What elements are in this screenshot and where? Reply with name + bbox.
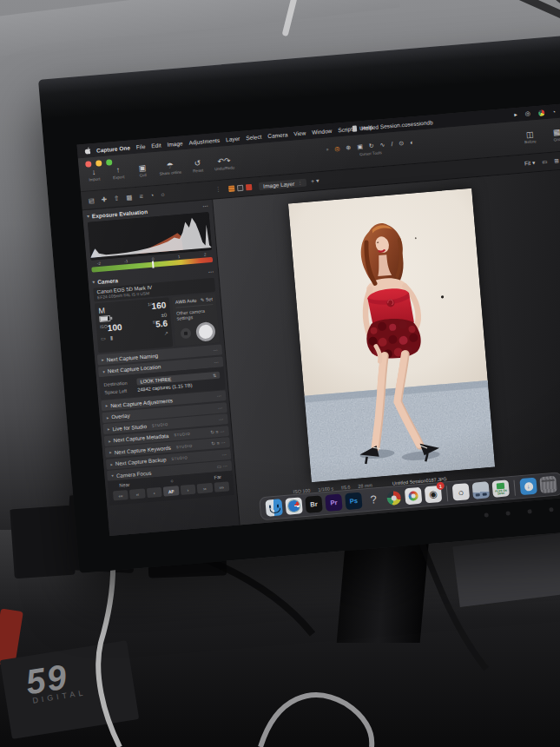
export-button[interactable]: ↑Export: [110, 165, 127, 180]
tab-color-icon[interactable]: ○: [161, 190, 165, 198]
close-button[interactable]: [85, 161, 92, 168]
red-tag-icon[interactable]: [246, 183, 253, 190]
layer-selector[interactable]: Image Layer⋮: [259, 178, 307, 190]
focus-near-large[interactable]: ‹‹‹: [113, 490, 128, 500]
reset-icon: ↺: [194, 159, 201, 169]
panel-drag-handle[interactable]: ⋮: [214, 186, 222, 194]
cull-button[interactable]: ▣Cull: [135, 163, 151, 178]
autofocus-button[interactable]: AF: [163, 486, 179, 496]
format-toggle-icon[interactable]: ▭: [101, 335, 106, 341]
menu-item-layer[interactable]: Layer: [226, 135, 240, 142]
minimize-button[interactable]: [96, 160, 102, 167]
dock-finder-icon[interactable]: [265, 499, 283, 517]
screen: Capture One File Edit Image Adjustments …: [76, 94, 560, 536]
mask-tool-icon[interactable]: ◐: [410, 139, 414, 146]
dock-desktop-preview-icon[interactable]: [472, 481, 491, 499]
format-toggle2-icon[interactable]: ▮: [109, 334, 113, 340]
menu-item-window[interactable]: Window: [312, 127, 333, 135]
notification-badge: 1: [436, 482, 445, 491]
undo-redo-button[interactable]: ↶↷Undo/Redo: [214, 155, 235, 171]
capture-button[interactable]: [195, 321, 216, 342]
crop-tool-icon[interactable]: ▣: [357, 143, 363, 151]
focus-far-large[interactable]: ›››: [214, 481, 229, 492]
aperture-value[interactable]: f/5.6: [153, 319, 168, 329]
zoom-in-icon[interactable]: ⊞: [554, 157, 559, 164]
dock-color-ring-app-icon[interactable]: [405, 487, 423, 506]
zoom-tool-icon[interactable]: ⊕: [346, 144, 352, 151]
live-view-button[interactable]: [181, 327, 192, 339]
shutter-value[interactable]: 1/160: [148, 301, 167, 312]
apple-icon: [84, 147, 91, 155]
rotate-tool-icon[interactable]: ↻: [368, 142, 374, 149]
zoom-out-icon[interactable]: ▭: [542, 158, 548, 165]
menu-item-edit[interactable]: Edit: [151, 142, 161, 149]
dock-capture-one-icon[interactable]: [385, 489, 403, 507]
expand-icon[interactable]: ↗: [164, 329, 169, 335]
document-icon: [352, 125, 358, 131]
record-icon[interactable]: ◎: [524, 110, 530, 117]
curve-tool-icon[interactable]: ∿: [379, 142, 385, 149]
exposure-meter-marker: [152, 261, 154, 268]
iso-value[interactable]: ISO100: [100, 322, 122, 334]
tethered-photo[interactable]: [288, 188, 495, 483]
menu-item-file[interactable]: File: [136, 142, 146, 149]
monitor-buttons[interactable]: [484, 504, 560, 518]
focus-indicator: ○: [170, 479, 174, 484]
dock-photoshop-icon[interactable]: Ps: [345, 492, 363, 511]
tab-layers-icon[interactable]: ▩: [126, 193, 133, 202]
menu-item-adjustments[interactable]: Adjustments: [188, 136, 220, 145]
add-layer-button[interactable]: + ▾: [311, 177, 320, 185]
focus-near-medium[interactable]: ‹‹: [129, 488, 145, 499]
dock-safari-icon[interactable]: [285, 497, 303, 515]
cursor-tools-label: Cursor Tools: [359, 150, 382, 156]
pick-tool-icon[interactable]: ⊙: [399, 140, 405, 147]
menu-app-name[interactable]: Capture One: [96, 144, 130, 153]
draw-tool-icon[interactable]: /: [391, 141, 393, 148]
dock-premiere-icon[interactable]: Pr: [325, 493, 343, 512]
zoom-button[interactable]: [106, 159, 113, 166]
capture-one-menu-icon[interactable]: [538, 109, 545, 116]
before-toggle[interactable]: ◫Before: [522, 129, 538, 144]
clock-icon[interactable]: ◔: [551, 109, 556, 115]
tab-tether-icon[interactable]: ✚: [101, 195, 107, 202]
dock-spiral-app-icon[interactable]: ◉1: [425, 486, 443, 504]
focus-near-small[interactable]: ‹: [147, 487, 162, 498]
orange-tag-icon[interactable]: [228, 185, 235, 192]
dock-downloads-icon[interactable]: ↓: [519, 478, 537, 496]
monitor: Capture One File Edit Image Adjustments …: [38, 20, 560, 573]
focus-far-medium[interactable]: ››: [197, 483, 213, 493]
cursor-icon[interactable]: ▸: [514, 111, 517, 118]
import-button[interactable]: ↓Import: [86, 167, 102, 182]
histogram: [88, 212, 212, 261]
share-online-button[interactable]: ☂Share online: [158, 161, 181, 176]
menu-item-select[interactable]: Select: [246, 133, 262, 140]
pan-tool-icon[interactable]: ◎: [334, 145, 340, 152]
dock-unknown-app-icon[interactable]: ?: [365, 491, 383, 509]
menu-item-camera[interactable]: Camera: [267, 131, 288, 139]
tab-timer-icon[interactable]: ◔: [149, 191, 154, 199]
tab-adjust-icon[interactable]: ≡: [139, 192, 143, 200]
focus-far-small[interactable]: ›: [180, 485, 195, 495]
set-button[interactable]: ✎ Set: [200, 296, 213, 302]
menu-bar-status-icons[interactable]: ▸ ◎ ◔ ☾: [514, 107, 560, 118]
tab-capture-icon[interactable]: ▤: [88, 196, 95, 205]
dock-files-folder-icon[interactable]: FILES ON DESK: [491, 479, 510, 498]
fit-dropdown[interactable]: Fit ▾: [524, 159, 536, 167]
dock-bridge-icon[interactable]: Br: [305, 495, 323, 513]
other-camera-settings-link[interactable]: Other camera settings: [175, 304, 214, 321]
grid-toggle[interactable]: ▦Grid: [549, 128, 560, 142]
select-tool-icon[interactable]: ▫: [326, 146, 329, 153]
neutral-tag-icon[interactable]: [237, 184, 244, 191]
menu-item-view[interactable]: View: [293, 129, 306, 136]
dock-circle-app-icon[interactable]: ○: [452, 483, 471, 501]
mode-value[interactable]: M: [98, 307, 105, 316]
awb-value[interactable]: AWB Auto: [175, 298, 197, 305]
ev-value[interactable]: ±0: [161, 313, 167, 319]
proof-toggles[interactable]: [228, 183, 252, 191]
tab-export-icon[interactable]: ⇧: [114, 194, 120, 202]
dock-divider: [446, 486, 449, 501]
dock-trash-icon[interactable]: [539, 476, 557, 494]
wall-panel: [0, 0, 400, 63]
reset-button[interactable]: ↺Reset: [189, 158, 206, 173]
menu-item-image[interactable]: Image: [167, 140, 183, 147]
